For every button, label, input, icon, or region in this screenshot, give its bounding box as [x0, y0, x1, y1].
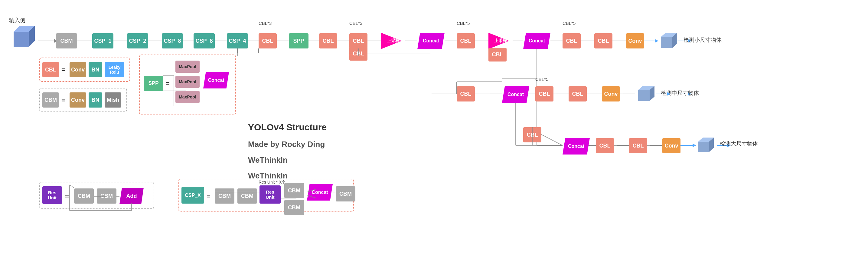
legend-conv: Conv: [69, 62, 86, 77]
csp-cbm-3: CBM: [284, 183, 304, 198]
legend-cbl: CBL: [42, 62, 59, 77]
output-cube-medium: [635, 83, 656, 105]
diagram-container: 输入侧 CBM CSP_1 CSP_2 CSP_8 CSP_8 CSP_4 CB…: [0, 0, 868, 266]
yolov4-title: YOLOv4 Structure Made by Rocky Ding WeTh…: [248, 118, 327, 184]
legend-res-cbm1: CBM: [74, 188, 94, 204]
csp-res-unit: ResUnit: [259, 185, 281, 204]
box-cbl-large-top: CBL: [523, 127, 541, 142]
legend-cbm: CBM: [42, 92, 59, 108]
svg-marker-55: [698, 142, 709, 152]
legend-add: Add: [120, 188, 144, 204]
concat-2: Concat: [523, 33, 551, 49]
spp-equals: =: [166, 80, 170, 87]
csp-cbm-2: CBM: [238, 188, 257, 204]
box-cbl-4: CBL: [457, 33, 475, 49]
concat-large: Concat: [562, 138, 590, 155]
box-cbl-below-concat2: CBL: [489, 48, 506, 61]
maxpool-1: MaxPool: [176, 60, 199, 73]
output-cube-small: [658, 30, 679, 52]
svg-line-111: [541, 134, 562, 145]
maxpool-2: MaxPool: [176, 76, 199, 88]
label-cbl5-1: CBL*5: [457, 21, 470, 26]
csp-equals: =: [207, 192, 211, 200]
box-cbl-large-1: CBL: [596, 138, 614, 153]
box-cbl-med-3: CBL: [568, 86, 587, 102]
spp-legend-label: SPP: [144, 76, 163, 91]
legend-mish: Mish: [105, 92, 121, 108]
concat-med: Concat: [502, 86, 529, 103]
legend-res-unit: ResUnit: [42, 186, 62, 204]
svg-marker-52: [638, 90, 650, 101]
cbl-equals: =: [61, 66, 65, 74]
svg-marker-46: [13, 32, 29, 47]
legend-leaky: LeakyRelu: [105, 62, 124, 77]
box-csp2: CSP_2: [127, 33, 148, 49]
box-cbl-med-2: CBL: [535, 86, 554, 102]
box-csp1: CSP_1: [92, 33, 114, 49]
box-cbm-main: CBM: [56, 33, 77, 49]
cbm-equals: =: [61, 96, 65, 104]
box-conv-large: Conv: [662, 138, 681, 153]
box-cbl-3: CBL: [349, 33, 368, 49]
spp-concat: Concat: [203, 72, 229, 88]
res-equals: =: [65, 192, 69, 200]
yolov4-line1: YOLOv4 Structure: [248, 118, 327, 136]
input-cube: [9, 23, 38, 52]
svg-marker-49: [661, 37, 672, 48]
box-cbl-5: CBL: [562, 33, 581, 49]
legend-cbm-conv: Conv: [69, 92, 86, 108]
box-cbl-row2: CBL: [349, 47, 368, 60]
concat-1: Concat: [417, 33, 444, 49]
box-csp8-1: CSP_8: [162, 33, 183, 49]
csp-x-label: CSP_X: [182, 187, 204, 204]
csp-cbm-1: CBM: [215, 188, 235, 204]
label-medium: 检测中尺寸物体: [661, 89, 699, 97]
label-small: 检测小尺寸物体: [683, 36, 722, 44]
box-spp: SPP: [289, 33, 309, 49]
box-cbl-med-1: CBL: [457, 86, 475, 102]
box-csp4: CSP_4: [227, 33, 248, 49]
legend-cbm-bn: BN: [89, 92, 102, 108]
csp-concat: Concat: [307, 184, 333, 201]
label-large: 检测大尺寸物体: [720, 140, 758, 147]
output-cube-large: [695, 136, 715, 155]
box-cbl-2: CBL: [319, 33, 337, 49]
label-cbl5-3: CBL*5: [535, 77, 548, 82]
box-cbl-6: CBL: [594, 33, 613, 49]
box-cbl-1: CBL: [258, 33, 277, 49]
upsample-2: 上采样: [489, 33, 513, 49]
legend-bn: BN: [89, 62, 102, 77]
box-cbl-large-2: CBL: [629, 138, 647, 153]
label-cbl3-bottom: CBL*3: [349, 21, 362, 26]
box-conv-small: Conv: [626, 33, 644, 49]
label-cbl5-2: CBL*5: [562, 21, 576, 26]
maxpool-3: MaxPool: [176, 91, 199, 103]
upsample-1: 上采样: [381, 33, 405, 49]
box-conv-med: Conv: [602, 86, 620, 102]
legend-res-cbm2: CBM: [97, 188, 117, 204]
csp-cbm-5: CBM: [284, 200, 304, 215]
yolov4-line3: WeThinkIn: [248, 168, 327, 184]
box-csp8-2: CSP_8: [193, 33, 215, 49]
label-cbl3-top: CBL*3: [258, 21, 272, 26]
csp-cbm-4: CBM: [336, 186, 355, 202]
yolov4-line2: Made by Rocky Ding WeThinkIn: [248, 136, 327, 168]
